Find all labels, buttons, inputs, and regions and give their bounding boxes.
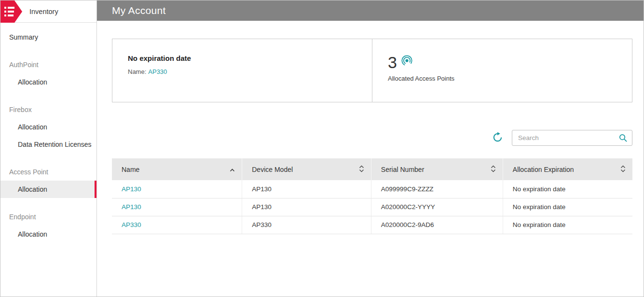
main-area: My Account No expiration date Name:AP330… bbox=[97, 0, 644, 297]
table-row: AP330 AP330 A020000C2-9AD6 No expiration… bbox=[112, 216, 632, 234]
sort-both-icon bbox=[620, 165, 626, 174]
page-header: My Account bbox=[97, 0, 644, 21]
column-label: Serial Number bbox=[381, 166, 424, 173]
cell-serial-number: A099999C9-ZZZZ bbox=[371, 180, 503, 198]
search-input[interactable] bbox=[512, 130, 632, 146]
column-label: Name bbox=[122, 166, 139, 173]
sidebar-item-endpoint-allocation[interactable]: Allocation bbox=[0, 226, 96, 243]
allocated-card-label: Allocated Access Points bbox=[388, 75, 617, 82]
allocated-card: 3 Allocated Access Points bbox=[372, 39, 632, 102]
column-header-serial-number[interactable]: Serial Number bbox=[371, 158, 503, 180]
sidebar-nav: Summary AuthPoint Allocation Firebox All… bbox=[0, 23, 96, 243]
page-title: My Account bbox=[112, 5, 166, 16]
expiration-card-title: No expiration date bbox=[128, 54, 356, 62]
refresh-button[interactable] bbox=[492, 132, 503, 144]
sidebar: Inventory Summary AuthPoint Allocation F… bbox=[0, 0, 97, 297]
sidebar-section-firebox: Firebox bbox=[0, 101, 96, 118]
sidebar-section-authpoint: AuthPoint bbox=[0, 56, 96, 73]
sidebar-item-firebox-allocation[interactable]: Allocation bbox=[0, 118, 96, 136]
cell-allocation-expiration: No expiration date bbox=[503, 216, 632, 234]
allocated-count-row: 3 bbox=[388, 54, 617, 71]
device-name-link[interactable]: AP330 bbox=[148, 68, 167, 75]
sidebar-item-authpoint-allocation[interactable]: Allocation bbox=[0, 73, 96, 91]
sort-both-icon bbox=[359, 165, 364, 174]
refresh-icon bbox=[492, 132, 503, 144]
column-label: Allocation Expiration bbox=[513, 166, 574, 173]
access-point-icon bbox=[401, 55, 413, 69]
access-points-table: Name Device Model bbox=[112, 158, 632, 234]
name-label: Name: bbox=[128, 68, 146, 75]
column-header-device-model[interactable]: Device Model bbox=[242, 158, 371, 180]
expiration-card: No expiration date Name:AP330 bbox=[112, 39, 372, 102]
column-header-allocation-expiration[interactable]: Allocation Expiration bbox=[503, 158, 632, 180]
cell-device-model: AP330 bbox=[242, 216, 371, 234]
summary-cards: No expiration date Name:AP330 3 bbox=[112, 39, 632, 102]
cell-device-model: AP130 bbox=[242, 180, 371, 198]
cell-name: AP330 bbox=[112, 216, 242, 234]
cell-device-model: AP130 bbox=[242, 198, 371, 216]
sort-both-icon bbox=[491, 165, 496, 174]
sidebar-section-access-point: Access Point bbox=[0, 163, 96, 181]
watchguard-logo-icon bbox=[0, 0, 23, 23]
magnifier-icon[interactable] bbox=[618, 133, 628, 144]
expiration-card-name: Name:AP330 bbox=[128, 68, 356, 75]
device-link[interactable]: AP130 bbox=[122, 203, 141, 211]
sidebar-item-data-retention-licenses[interactable]: Data Retention Licenses bbox=[0, 136, 96, 153]
table-header-row: Name Device Model bbox=[112, 158, 632, 180]
cell-name: AP130 bbox=[112, 198, 242, 216]
cell-allocation-expiration: No expiration date bbox=[503, 180, 632, 198]
sidebar-section-endpoint: Endpoint bbox=[0, 208, 96, 226]
table-row: AP130 AP130 A099999C9-ZZZZ No expiration… bbox=[112, 180, 632, 198]
sidebar-item-summary[interactable]: Summary bbox=[0, 28, 96, 46]
column-label: Device Model bbox=[252, 166, 293, 173]
table-row: AP130 AP130 A020000C2-YYYY No expiration… bbox=[112, 198, 632, 216]
table-toolbar bbox=[112, 130, 632, 146]
sidebar-item-access-point-allocation[interactable]: Allocation bbox=[0, 181, 96, 198]
search-box bbox=[512, 130, 632, 146]
sidebar-title: Inventory bbox=[29, 8, 58, 15]
app-window: Inventory Summary AuthPoint Allocation F… bbox=[0, 0, 644, 297]
cell-serial-number: A020000C2-9AD6 bbox=[371, 216, 503, 234]
column-header-name[interactable]: Name bbox=[112, 158, 242, 180]
sort-asc-icon bbox=[230, 166, 235, 173]
sidebar-brand: Inventory bbox=[0, 0, 96, 23]
cell-serial-number: A020000C2-YYYY bbox=[371, 198, 503, 216]
cell-name: AP130 bbox=[112, 180, 242, 198]
allocated-count: 3 bbox=[388, 54, 397, 71]
page-content: No expiration date Name:AP330 3 bbox=[97, 21, 644, 234]
cell-allocation-expiration: No expiration date bbox=[503, 198, 632, 216]
device-link[interactable]: AP330 bbox=[122, 221, 141, 228]
device-link[interactable]: AP130 bbox=[122, 185, 141, 193]
